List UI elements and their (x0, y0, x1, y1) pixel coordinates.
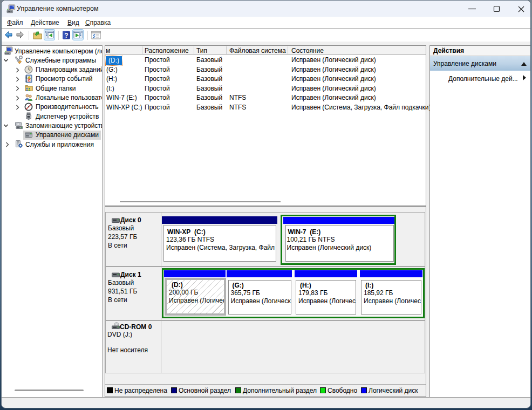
svg-text:?: ? (64, 32, 68, 39)
